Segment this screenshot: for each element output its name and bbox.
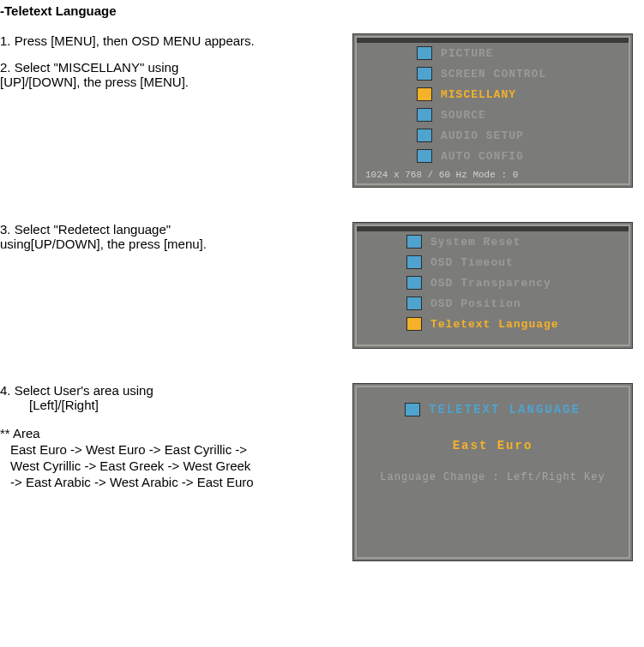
instructions-block-2: 3. Select "Redetect language" using[UP/D… bbox=[0, 222, 352, 263]
menu-item-icon bbox=[417, 87, 432, 101]
menu-item-icon bbox=[417, 129, 432, 142]
menu-item-label: AUTO CONFIG bbox=[441, 150, 524, 163]
step-4-line-1: 4. Select User's area using bbox=[0, 383, 347, 398]
menu-item-icon bbox=[406, 276, 422, 290]
menu-item-label: Teletext Language bbox=[430, 318, 559, 331]
menu-item-label: OSD Timeout bbox=[430, 256, 514, 269]
tv-icon bbox=[405, 403, 420, 416]
osd-menu-item[interactable]: AUTO CONFIG bbox=[357, 146, 629, 166]
step-3-line-2: using[UP/DOWN], the press [menu]. bbox=[0, 237, 347, 251]
osd-menu-item[interactable]: Teletext Language bbox=[357, 314, 629, 334]
osd-menu-main: PICTURESCREEN CONTROLMISCELLANYSOURCEAUD… bbox=[352, 33, 633, 188]
osd-footer: 1024 x 768 / 60 Hz Mode : 0 bbox=[357, 166, 629, 183]
osd-menu-item[interactable]: OSD Position bbox=[357, 293, 629, 314]
osd-menu-item[interactable]: AUDIO SETUP bbox=[357, 125, 629, 146]
instructions-block-1: 1. Press [MENU], then OSD MENU appears. … bbox=[0, 33, 352, 101]
step-3-line-1: 3. Select "Redetect language" bbox=[0, 222, 347, 237]
osd-menu-item[interactable]: SOURCE bbox=[357, 105, 629, 125]
menu-item-icon bbox=[406, 255, 422, 269]
step-2-line-2: [UP]/[DOWN], the press [MENU]. bbox=[0, 75, 347, 89]
menu-item-icon bbox=[406, 297, 422, 310]
area-heading: ** Area bbox=[0, 426, 347, 440]
menu-item-icon bbox=[406, 317, 422, 331]
osd-menu-item[interactable]: OSD Timeout bbox=[357, 252, 629, 273]
menu-item-label: OSD Position bbox=[430, 297, 521, 310]
step-1: 1. Press [MENU], then OSD MENU appears. bbox=[0, 33, 347, 48]
menu-item-icon bbox=[417, 149, 432, 163]
osd-menu-item[interactable]: PICTURE bbox=[357, 43, 629, 63]
menu-item-label: OSD Transparency bbox=[430, 277, 551, 290]
osd-menu-item[interactable]: OSD Transparency bbox=[357, 273, 629, 293]
page-title: -Teletext Language bbox=[0, 3, 644, 18]
instructions-block-3: 4. Select User's area using [Left]/[Righ… bbox=[0, 383, 352, 489]
area-line-1: East Euro -> West Euro -> East Cyrillic … bbox=[0, 442, 347, 457]
area-line-2: West Cyrillic -> East Greek -> West Gree… bbox=[0, 458, 347, 473]
osd-menu-teletext: TELETEXT LANGUAGE East Euro Language Cha… bbox=[352, 383, 633, 561]
menu-item-label: System Reset bbox=[430, 236, 521, 249]
osd-menu-item[interactable]: SCREEN CONTROL bbox=[357, 63, 629, 84]
menu-item-label: MISCELLANY bbox=[441, 88, 516, 101]
osd-teletext-value: East Euro bbox=[357, 439, 629, 452]
menu-item-label: AUDIO SETUP bbox=[441, 129, 524, 142]
osd-menu-item[interactable]: MISCELLANY bbox=[357, 84, 629, 105]
menu-item-icon bbox=[406, 235, 422, 249]
menu-item-icon bbox=[417, 108, 432, 122]
step-2-line-1: 2. Select "MISCELLANY" using bbox=[0, 60, 347, 75]
osd-menu-miscellany: System ResetOSD TimeoutOSD TransparencyO… bbox=[352, 222, 633, 349]
menu-item-label: SOURCE bbox=[441, 109, 486, 122]
step-4-line-2: [Left]/[Right] bbox=[0, 398, 347, 412]
osd-menu-item[interactable]: System Reset bbox=[357, 231, 629, 252]
osd-teletext-title: TELETEXT LANGUAGE bbox=[357, 403, 629, 416]
menu-item-icon bbox=[417, 46, 432, 60]
menu-item-icon bbox=[417, 67, 432, 81]
menu-item-label: PICTURE bbox=[441, 47, 494, 60]
osd-teletext-hint: Language Change : Left/Right Key bbox=[357, 471, 629, 483]
menu-item-label: SCREEN CONTROL bbox=[441, 68, 546, 81]
area-line-3: -> East Arabic -> West Arabic -> East Eu… bbox=[0, 475, 347, 489]
